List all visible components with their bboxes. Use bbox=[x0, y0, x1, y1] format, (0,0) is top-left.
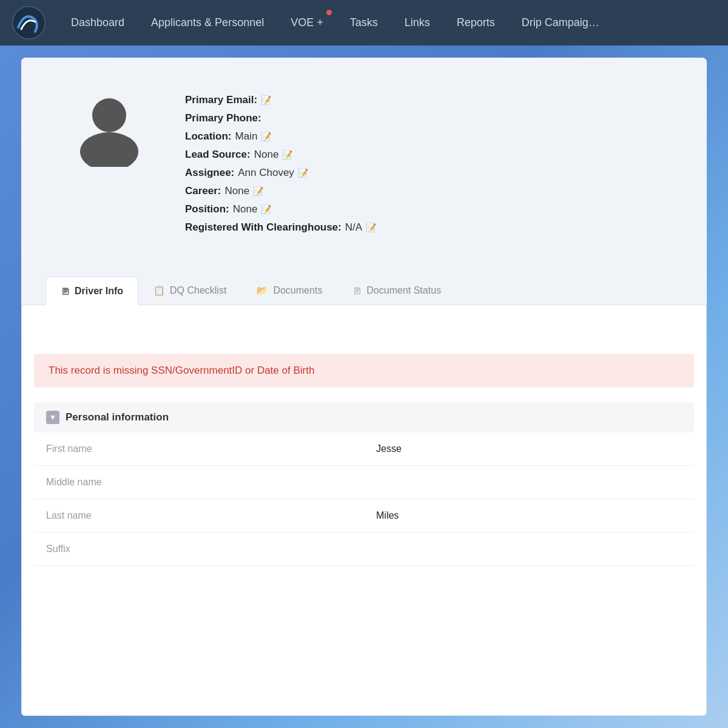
section-toggle-button[interactable]: ▼ bbox=[46, 411, 59, 424]
suffix-value bbox=[364, 533, 694, 566]
middle-name-value bbox=[364, 466, 694, 499]
dq-checklist-tab-label: DQ Checklist bbox=[170, 285, 226, 296]
tab-dq-checklist[interactable]: 📋 DQ Checklist bbox=[138, 276, 241, 305]
assignee-value: Ann Chovey bbox=[238, 167, 294, 179]
location-row: Location: Main 📝 bbox=[185, 130, 376, 143]
documents-tab-label: Documents bbox=[273, 285, 322, 296]
position-row: Position: None 📝 bbox=[185, 203, 376, 215]
clearinghouse-row: Registered With Clearinghouse: N/A 📝 bbox=[185, 221, 376, 234]
last-name-label: Last name bbox=[34, 499, 364, 533]
assignee-edit-icon[interactable]: 📝 bbox=[298, 168, 308, 178]
table-row: Middle name bbox=[34, 466, 694, 499]
lead-source-edit-icon[interactable]: 📝 bbox=[282, 150, 292, 160]
first-name-value: Jesse bbox=[364, 433, 694, 466]
personal-info-table: First name Jesse Middle name Last name M… bbox=[34, 433, 694, 566]
nav-item-links[interactable]: Links bbox=[391, 0, 443, 46]
tab-documents[interactable]: 📂 Documents bbox=[241, 276, 337, 305]
tab-content-driver-info: This record is missing SSN/GovernmentID … bbox=[21, 305, 707, 716]
position-edit-icon[interactable]: 📝 bbox=[261, 204, 271, 214]
career-value: None bbox=[225, 185, 250, 197]
nav-item-tasks[interactable]: Tasks bbox=[337, 0, 391, 46]
nav-item-reports[interactable]: Reports bbox=[443, 0, 508, 46]
documents-tab-icon: 📂 bbox=[257, 285, 268, 296]
career-edit-icon[interactable]: 📝 bbox=[253, 186, 263, 196]
personal-info-title: Personal information bbox=[66, 411, 169, 423]
table-row: First name Jesse bbox=[34, 433, 694, 466]
document-status-tab-icon: 🖹 bbox=[352, 286, 362, 296]
toggle-icon: ▼ bbox=[49, 413, 56, 422]
document-status-tab-label: Document Status bbox=[366, 285, 441, 296]
primary-email-edit-icon[interactable]: 📝 bbox=[261, 95, 271, 105]
app-logo bbox=[12, 6, 46, 39]
nav-item-voe[interactable]: VOE + bbox=[277, 0, 337, 46]
first-name-label: First name bbox=[34, 433, 364, 466]
dq-checklist-tab-icon: 📋 bbox=[153, 285, 165, 296]
alert-missing-record: This record is missing SSN/GovernmentID … bbox=[34, 354, 694, 388]
lead-source-value: None bbox=[254, 149, 279, 161]
svg-point-1 bbox=[13, 7, 45, 39]
tab-document-status[interactable]: 🖹 Document Status bbox=[337, 276, 456, 305]
content-spacer bbox=[34, 317, 694, 342]
nav-item-applicants-personnel[interactable]: Applicants & Personnel bbox=[138, 0, 277, 46]
driver-info-tab-icon: 🖹 bbox=[61, 286, 70, 297]
nav-item-dashboard[interactable]: Dashboard bbox=[58, 0, 138, 46]
table-row: Last name Miles bbox=[34, 499, 694, 533]
location-value: Main bbox=[235, 130, 258, 143]
position-value: None bbox=[233, 203, 258, 215]
primary-phone-row: Primary Phone: bbox=[185, 112, 376, 124]
lead-source-row: Lead Source: None 📝 bbox=[185, 149, 376, 161]
location-label: Location: bbox=[185, 130, 232, 143]
suffix-label: Suffix bbox=[34, 533, 364, 566]
last-name-value: Miles bbox=[364, 499, 694, 533]
nav-item-drip-campaign[interactable]: Drip Campaig… bbox=[508, 0, 613, 46]
primary-email-label: Primary Email: bbox=[185, 94, 257, 106]
career-label: Career: bbox=[185, 185, 221, 197]
primary-email-row: Primary Email: 📝 bbox=[185, 94, 376, 106]
career-row: Career: None 📝 bbox=[185, 185, 376, 197]
assignee-row: Assignee: Ann Chovey 📝 bbox=[185, 167, 376, 179]
svg-point-3 bbox=[80, 132, 138, 167]
navbar: Dashboard Applicants & Personnel VOE + T… bbox=[0, 0, 728, 46]
profile-details: Primary Email: 📝 Primary Phone: Location… bbox=[185, 88, 376, 234]
nav-items: Dashboard Applicants & Personnel VOE + T… bbox=[58, 0, 716, 46]
clearinghouse-label: Registered With Clearinghouse: bbox=[185, 221, 342, 234]
personal-info-header: ▼ Personal information bbox=[34, 402, 694, 433]
main-content: Primary Email: 📝 Primary Phone: Location… bbox=[21, 58, 707, 716]
tabs-container: 🖹 Driver Info 📋 DQ Checklist 📂 Documents… bbox=[21, 276, 707, 305]
avatar bbox=[70, 88, 149, 167]
primary-phone-label: Primary Phone: bbox=[185, 112, 261, 124]
position-label: Position: bbox=[185, 203, 229, 215]
svg-point-2 bbox=[92, 98, 126, 132]
clearinghouse-value: N/A bbox=[345, 221, 362, 234]
lead-source-label: Lead Source: bbox=[185, 149, 251, 161]
location-edit-icon[interactable]: 📝 bbox=[261, 132, 271, 141]
profile-section: Primary Email: 📝 Primary Phone: Location… bbox=[21, 58, 707, 264]
alert-message: This record is missing SSN/GovernmentID … bbox=[49, 365, 314, 376]
table-row: Suffix bbox=[34, 533, 694, 566]
middle-name-label: Middle name bbox=[34, 466, 364, 499]
tab-driver-info[interactable]: 🖹 Driver Info bbox=[46, 277, 138, 305]
clearinghouse-edit-icon[interactable]: 📝 bbox=[366, 223, 376, 232]
driver-info-tab-label: Driver Info bbox=[75, 286, 123, 297]
assignee-label: Assignee: bbox=[185, 167, 234, 179]
